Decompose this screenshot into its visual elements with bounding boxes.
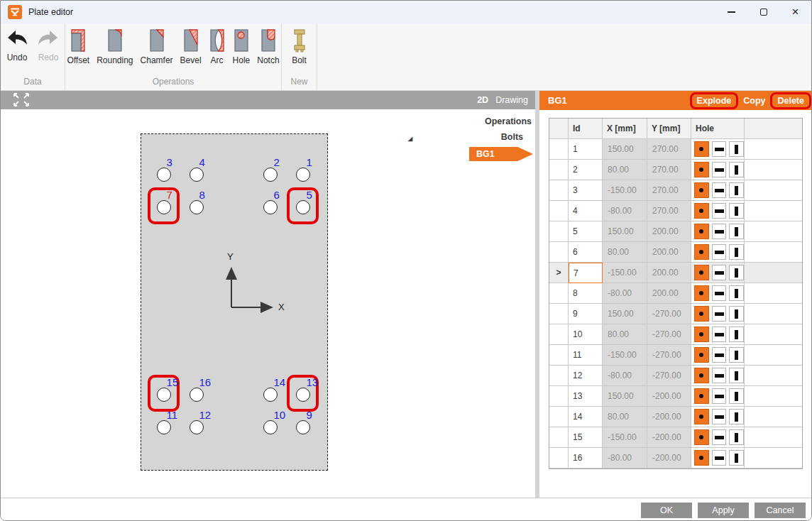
cancel-button[interactable]: Cancel: [755, 503, 806, 518]
redo-button[interactable]: Redo: [33, 28, 64, 62]
table-row[interactable]: 9 150.00 -270.00: [549, 304, 802, 324]
hole-slot-horizontal-icon[interactable]: [712, 388, 727, 404]
delete-button[interactable]: Delete: [770, 92, 811, 109]
table-row[interactable]: 10 80.00 -270.00: [549, 324, 802, 345]
hole-slot-vertical-icon[interactable]: [729, 388, 744, 404]
hole-slot-vertical-icon[interactable]: [729, 224, 744, 239]
hole-slot-horizontal-icon[interactable]: [712, 306, 727, 322]
table-row[interactable]: 15 -150.00 -200.00: [549, 427, 802, 448]
table-row[interactable]: 12 -80.00 -270.00: [549, 366, 802, 386]
table-row[interactable]: 8 -80.00 200.00: [549, 283, 802, 304]
hole-button[interactable]: Hole: [229, 28, 254, 65]
tree-expander-icon[interactable]: ◢: [408, 133, 412, 145]
cell-id[interactable]: 7: [569, 263, 603, 283]
hole-slot-vertical-icon[interactable]: [729, 429, 744, 445]
hole-slot-vertical-icon[interactable]: [729, 306, 744, 322]
table-row[interactable]: 13 150.00 -200.00: [549, 386, 802, 407]
cell-id[interactable]: 5: [569, 221, 603, 242]
undo-button[interactable]: Undo: [1, 28, 33, 62]
tree-item-bg1[interactable]: BG1: [469, 147, 533, 161]
hole-slot-horizontal-icon[interactable]: [712, 203, 727, 219]
hole-slot-vertical-icon[interactable]: [729, 285, 744, 301]
copy-button[interactable]: Copy: [738, 94, 770, 107]
hole-round-icon[interactable]: [694, 327, 709, 342]
hole-round-icon[interactable]: [694, 182, 709, 198]
explode-button[interactable]: Explode: [690, 92, 739, 109]
hole-round-icon[interactable]: [694, 244, 709, 260]
hole-slot-vertical-icon[interactable]: [729, 347, 744, 363]
ok-button[interactable]: OK: [641, 503, 692, 518]
arc-button[interactable]: Arc: [205, 28, 229, 65]
bolt-hole[interactable]: [190, 200, 204, 214]
table-row[interactable]: 14 80.00 -200.00: [549, 407, 802, 427]
hole-slot-horizontal-icon[interactable]: [712, 285, 727, 301]
offset-button[interactable]: Offset: [63, 28, 93, 65]
hole-round-icon[interactable]: [694, 347, 709, 363]
apply-button[interactable]: Apply: [698, 503, 749, 518]
table-row[interactable]: 11 -150.00 -270.00: [549, 345, 802, 366]
hole-round-icon[interactable]: [694, 265, 709, 280]
cell-id[interactable]: 11: [569, 345, 603, 366]
hole-slot-vertical-icon[interactable]: [729, 327, 744, 342]
bolt-hole[interactable]: [190, 168, 204, 182]
hole-round-icon[interactable]: [694, 141, 709, 157]
bevel-button[interactable]: Bevel: [177, 28, 205, 65]
hole-slot-horizontal-icon[interactable]: [712, 224, 727, 239]
hole-slot-vertical-icon[interactable]: [729, 409, 744, 424]
bolt-hole[interactable]: [157, 388, 171, 402]
hole-round-icon[interactable]: [694, 285, 709, 301]
cell-id[interactable]: 14: [569, 407, 603, 427]
hole-round-icon[interactable]: [694, 450, 709, 466]
hole-slot-vertical-icon[interactable]: [729, 244, 744, 260]
hole-round-icon[interactable]: [694, 409, 709, 424]
rounding-button[interactable]: Rounding: [93, 28, 136, 65]
cell-id[interactable]: 10: [569, 324, 603, 345]
hole-round-icon[interactable]: [694, 388, 709, 404]
hole-slot-horizontal-icon[interactable]: [712, 347, 727, 363]
cell-id[interactable]: 15: [569, 427, 603, 448]
notch-button[interactable]: Notch: [253, 28, 282, 65]
cell-id[interactable]: 3: [569, 180, 603, 201]
table-row[interactable]: 16 -80.00 -200.00: [549, 448, 802, 468]
table-row[interactable]: 3 -150.00 270.00: [549, 180, 802, 201]
cell-id[interactable]: 2: [569, 160, 603, 180]
table-row[interactable]: 2 80.00 270.00: [549, 160, 802, 180]
hole-slot-horizontal-icon[interactable]: [712, 182, 727, 198]
maximize-icon[interactable]: [747, 1, 779, 23]
table-row[interactable]: 1 150.00 270.00: [549, 139, 802, 160]
hole-round-icon[interactable]: [694, 162, 709, 177]
cell-id[interactable]: 16: [569, 448, 603, 468]
cell-id[interactable]: 4: [569, 201, 603, 221]
cell-id[interactable]: 1: [569, 139, 603, 160]
cell-id[interactable]: 6: [569, 242, 603, 263]
view-type-drawing[interactable]: Drawing: [495, 95, 528, 105]
cell-id[interactable]: 8: [569, 283, 603, 304]
hole-round-icon[interactable]: [694, 368, 709, 383]
bolt-hole[interactable]: [157, 200, 171, 214]
hole-round-icon[interactable]: [694, 224, 709, 239]
bolt-hole[interactable]: [190, 420, 204, 434]
minimize-icon[interactable]: [715, 1, 747, 23]
table-row[interactable]: 4 -80.00 270.00: [549, 201, 802, 221]
hole-slot-vertical-icon[interactable]: [729, 368, 744, 383]
table-row[interactable]: > 7 -150.00 200.00: [549, 263, 802, 283]
view-mode-2d[interactable]: 2D: [477, 95, 488, 105]
bolt-hole[interactable]: [190, 388, 204, 402]
hole-slot-vertical-icon[interactable]: [729, 162, 744, 177]
hole-slot-vertical-icon[interactable]: [729, 450, 744, 466]
hole-slot-horizontal-icon[interactable]: [712, 429, 727, 445]
hole-slot-horizontal-icon[interactable]: [712, 327, 727, 342]
hole-slot-vertical-icon[interactable]: [729, 265, 744, 280]
cell-id[interactable]: 12: [569, 366, 603, 386]
hole-round-icon[interactable]: [694, 203, 709, 219]
fit-view-icon[interactable]: [11, 92, 32, 108]
tree-item-operations[interactable]: Operations: [469, 116, 533, 127]
tree-item-bolts[interactable]: ◢Bolts: [469, 131, 533, 143]
close-icon[interactable]: ×: [779, 1, 811, 23]
cell-id[interactable]: 9: [569, 304, 603, 324]
bolt-hole[interactable]: [157, 420, 171, 434]
bolt-button[interactable]: Bolt: [286, 28, 313, 65]
hole-slot-horizontal-icon[interactable]: [712, 450, 727, 466]
hole-slot-horizontal-icon[interactable]: [712, 409, 727, 424]
hole-slot-vertical-icon[interactable]: [729, 141, 744, 157]
